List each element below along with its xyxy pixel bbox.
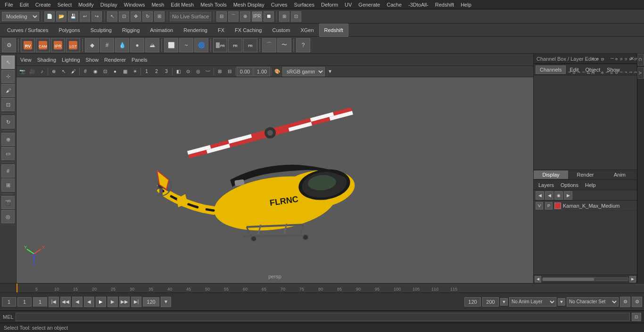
shelf-icon-question[interactable]: ? [296,38,310,52]
move-tool[interactable]: ✥ [131,11,141,22]
rotate-tool[interactable]: ↻ [142,11,153,22]
vp-film-btn[interactable]: 🎥 [27,67,37,76]
layer-scrollbar[interactable]: ◀ ▶ [534,275,637,283]
vp-shadow-btn[interactable]: ◧ [173,67,183,76]
vp-grid-toggle[interactable]: # [81,67,90,76]
shelf-tab-custom[interactable]: Custom [267,24,296,37]
vp-colorspace-select[interactable]: sRGB gamma [282,67,325,76]
vp-res-med[interactable]: 2 [152,67,161,76]
shelf-tab-xgen[interactable]: XGen [295,24,319,37]
viewport-shading[interactable]: Shading [35,56,58,64]
layer-color-swatch[interactable] [554,202,561,209]
layer-playback[interactable]: P [545,202,553,210]
next-frame-btn[interactable]: ▶ [107,297,118,307]
snap-grid[interactable]: ⊟ [216,11,227,22]
channel-box-side-tab[interactable]: ChannelBox [637,54,644,65]
dt-render-tab[interactable]: Render [568,170,603,179]
timeline-ruler[interactable]: 5 10 15 20 25 30 35 40 45 50 55 60 65 70… [17,283,644,292]
layer-tool-btn4[interactable]: ▶ [564,191,572,200]
script-mode-label[interactable]: MEL [3,314,14,320]
select-tool[interactable]: ↖ [107,11,117,22]
material-btn[interactable]: ◎ [1,210,15,223]
shelf-icon-drop[interactable]: 💧 [115,38,129,52]
timeline[interactable]: 5 10 15 20 25 30 35 40 45 50 55 60 65 70… [0,283,644,292]
move-tool-btn[interactable]: ⊹ [1,70,15,83]
range-end-input[interactable] [143,297,159,307]
vp-texture-btn[interactable]: ▦ [120,67,130,76]
mode-selector[interactable]: Modeling Rigging Animation [2,12,39,21]
shelf-icon-pr1[interactable]: PR [213,38,227,52]
menu-create[interactable]: Create [33,1,54,8]
max-frames-arrow[interactable]: ▼ [500,298,508,306]
snap-point[interactable]: ⊕ [240,11,250,22]
lasso-btn[interactable]: ⊡ [1,98,15,111]
select-tool-btn[interactable]: ↖ [1,56,15,69]
open-btn[interactable]: 📂 [56,11,66,22]
vp-display-btn[interactable]: ⊞ [215,67,224,76]
vp-wire-btn[interactable]: ⊡ [100,67,110,76]
viewport-view[interactable]: View [18,56,33,64]
range-options-btn[interactable]: ▼ [161,297,171,307]
lasso-tool[interactable]: ⊡ [119,11,129,22]
snap-curve[interactable]: ⌒ [228,11,239,22]
shelf-tab-sculpting[interactable]: Sculpting [85,24,117,37]
layers-help-tab[interactable]: Help [582,181,599,189]
menu-display[interactable]: Display [98,1,120,8]
shelf-icon-wave[interactable]: ~ [179,38,193,52]
layer-item[interactable]: V P Kaman_K_Max_Medium [534,201,637,211]
layers-tab[interactable]: Layers [536,181,557,189]
shelf-icon-spiral[interactable]: 🌀 [194,38,208,52]
shelf-tab-redshift[interactable]: Redshift [319,24,348,37]
max-frames-input[interactable] [482,297,499,307]
vp-hud-btn[interactable]: ⊟ [225,67,234,76]
vp-res-low[interactable]: 1 [142,67,151,76]
menu-cache[interactable]: Cache [384,1,405,8]
shelf-icon-rv[interactable]: RV [21,38,35,52]
redo-btn[interactable]: ↪ [91,11,102,22]
scroll-thumb[interactable] [543,278,594,281]
ipr-btn[interactable]: IPR [252,11,262,22]
shelf-tab-polygons[interactable]: Polygons [53,24,85,37]
scale-tool[interactable]: ⊞ [154,11,165,22]
shelf-icon-terrain[interactable]: ⛰ [145,38,159,52]
shelf-icon-diamond[interactable]: ◆ [85,38,99,52]
layer-tool-btn1[interactable]: ◀ [536,191,544,200]
viewport-lighting[interactable]: Lighting [60,56,82,64]
vp-snap-btn[interactable]: ⊕ [49,67,58,76]
shelf-tab-fx[interactable]: FX [213,24,230,37]
menu-edit[interactable]: Edit [17,1,32,8]
shelf-icon-settings[interactable]: ⚙ [2,38,16,52]
vp-smooth-btn[interactable]: ◉ [91,67,100,76]
viewport-canvas[interactable]: FLRNC X Y [17,77,533,283]
save-btn[interactable]: 💾 [68,11,78,22]
ch-tab-channels[interactable]: Channels [536,65,566,74]
menu-mesh-tools[interactable]: Mesh Tools [198,1,229,8]
layer-tool-btn3[interactable]: ◉ [554,191,563,200]
vp-res-high[interactable]: 3 [162,67,171,76]
shelf-tab-animation[interactable]: Animation [145,24,178,37]
render-btn[interactable]: 🔲 [264,11,274,22]
scroll-right-btn[interactable]: ▶ [629,276,636,283]
new-scene-btn[interactable]: 📄 [44,11,55,22]
menu-select[interactable]: Select [55,1,75,8]
menu-3dto[interactable]: -3DtoAll- [405,1,431,8]
play-forward-btn[interactable]: ▶ [96,297,106,307]
vp-light-btn[interactable]: ☀ [130,67,140,76]
range-start-input[interactable] [33,297,47,307]
vp-select-btn[interactable]: ↖ [59,67,68,76]
vp-motion-btn[interactable]: 〰 [203,67,213,76]
panel-btn[interactable]: ⊡ [291,11,301,22]
script-options-btn[interactable]: ⊡ [632,313,641,321]
menu-modify[interactable]: Modify [75,1,96,8]
vp-exposure-input[interactable] [254,67,270,76]
shelf-tab-rendering[interactable]: Rendering [178,24,213,37]
shelf-icon-pr2[interactable]: PR [228,38,242,52]
layout-btn[interactable]: ⊞ [279,11,289,22]
shelf-icon-bowl[interactable]: ⌒ [262,38,276,52]
shelf-icon-wave2[interactable]: 〜 [277,38,291,52]
vp-color-space-icon[interactable]: 🎨 [272,67,282,76]
menu-curves[interactable]: Curves [268,1,290,8]
dt-display-tab[interactable]: Display [534,170,568,179]
layers-options-tab[interactable]: Options [558,181,581,189]
shelf-icon-cam[interactable]: CAM [36,38,50,52]
